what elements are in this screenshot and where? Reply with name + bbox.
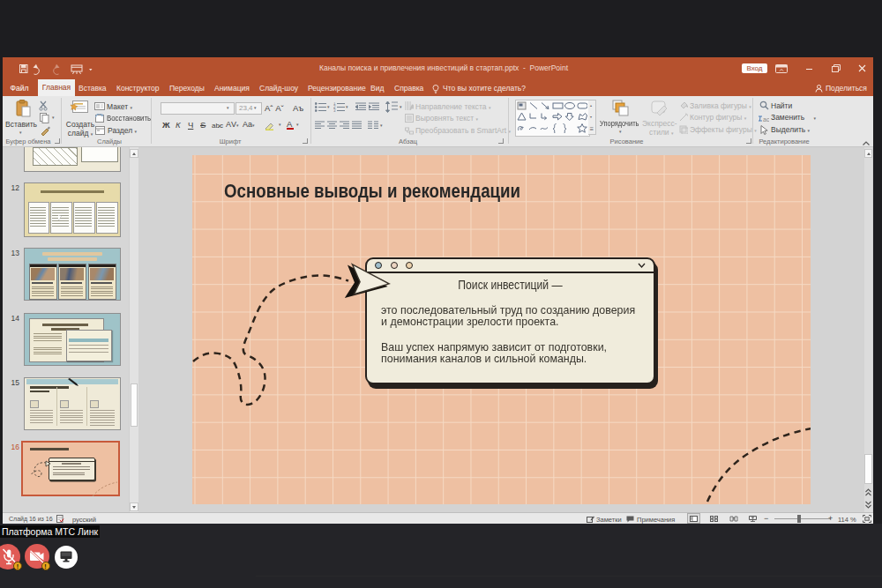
svg-text:А: А — [410, 103, 414, 110]
svg-text:ac: ac — [763, 116, 769, 123]
svg-text:3: 3 — [333, 108, 336, 112]
